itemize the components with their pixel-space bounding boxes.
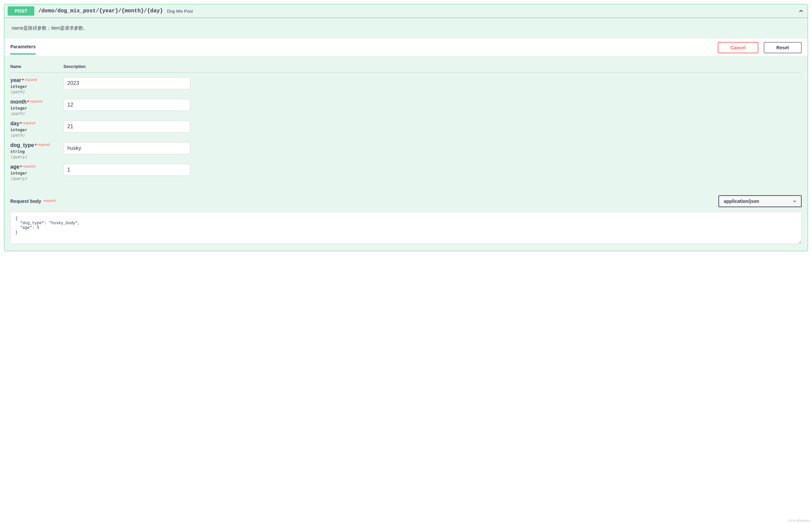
- param-row: day*required integer (path): [10, 116, 802, 138]
- endpoint-path: /demo/dog_mix_post/{year}/{month}/{day}: [38, 8, 163, 14]
- required-label: required: [29, 100, 42, 103]
- param-type: integer: [10, 170, 63, 176]
- param-input-month[interactable]: [63, 99, 190, 111]
- param-row: month*required integer (path): [10, 94, 802, 116]
- required-label: required: [22, 165, 35, 168]
- required-label: required: [22, 121, 35, 125]
- param-row: age*required integer (query): [10, 159, 802, 181]
- tab-parameters[interactable]: Parameters: [10, 44, 36, 55]
- param-type: integer: [10, 105, 63, 111]
- required-label: required: [37, 143, 50, 147]
- request-body-label: Request body: [10, 199, 41, 204]
- param-in: (query): [10, 154, 63, 159]
- parameters-header: Parameters Cancel Reset: [4, 39, 808, 56]
- required-star-icon: *: [34, 143, 36, 148]
- param-name: day: [10, 121, 20, 126]
- param-name: dog_type: [10, 142, 34, 148]
- param-type: integer: [10, 127, 63, 132]
- parameters-table: Name Description year*required integer (…: [4, 56, 808, 190]
- request-body-editor[interactable]: [10, 212, 802, 244]
- param-name: month: [10, 99, 26, 105]
- param-in: (query): [10, 176, 63, 181]
- param-in: (path): [10, 111, 63, 116]
- content-type-select[interactable]: application/json: [718, 195, 802, 207]
- required-label: required: [42, 199, 56, 202]
- param-name: age: [10, 164, 20, 169]
- param-in: (path): [10, 132, 63, 138]
- param-row: dog_type*required string (query): [10, 138, 802, 159]
- param-type: integer: [10, 83, 63, 89]
- operation-block: POST /demo/dog_mix_post/{year}/{month}/{…: [4, 4, 808, 251]
- operation-description: name是路径参数；item是请求参数。: [4, 18, 808, 39]
- http-method-badge: POST: [8, 6, 34, 16]
- column-header-description: Description: [63, 64, 802, 69]
- reset-button[interactable]: Reset: [764, 42, 802, 53]
- param-input-year[interactable]: [63, 77, 190, 89]
- param-input-day[interactable]: [63, 121, 190, 132]
- column-header-name: Name: [10, 64, 63, 69]
- param-type: string: [10, 148, 63, 154]
- endpoint-title: Dog Mix Post: [167, 9, 798, 14]
- required-star-icon: *: [20, 121, 22, 126]
- param-row: year*required integer (path): [10, 73, 802, 94]
- operation-body: name是路径参数；item是请求参数。 Parameters Cancel R…: [4, 18, 808, 251]
- param-in: (path): [10, 89, 63, 94]
- param-input-age[interactable]: [63, 164, 190, 176]
- required-star-icon: *: [20, 164, 22, 169]
- collapse-icon[interactable]: [798, 8, 804, 14]
- operation-summary-row[interactable]: POST /demo/dog_mix_post/{year}/{month}/{…: [4, 4, 808, 18]
- param-input-dog-type[interactable]: [63, 142, 190, 154]
- cancel-button[interactable]: Cancel: [718, 42, 758, 53]
- request-body-header: Request body required application/json: [4, 190, 808, 212]
- param-name: year: [10, 77, 21, 83]
- required-label: required: [24, 78, 37, 82]
